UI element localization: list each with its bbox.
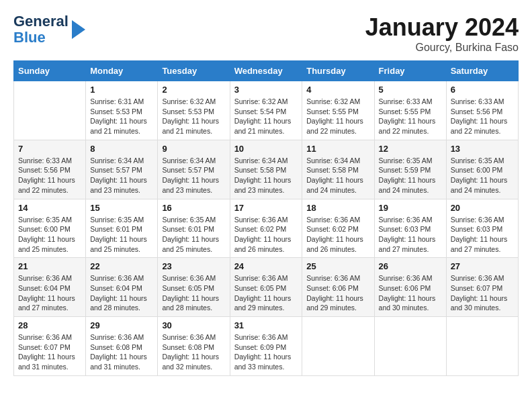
day-info: Sunrise: 6:35 AMSunset: 5:59 PMDaylight:…: [379, 156, 442, 195]
day-info: Sunrise: 6:36 AMSunset: 6:02 PMDaylight:…: [306, 215, 369, 255]
calendar-cell: 29Sunrise: 6:36 AMSunset: 6:08 PMDayligh…: [86, 317, 158, 376]
header-row: SundayMondayTuesdayWednesdayThursdayFrid…: [14, 61, 519, 81]
day-info: Sunrise: 6:36 AMSunset: 6:05 PMDaylight:…: [162, 273, 225, 313]
weekday-header: Saturday: [446, 61, 518, 81]
day-number: 9: [162, 144, 225, 154]
calendar-cell: 11Sunrise: 6:34 AMSunset: 5:58 PMDayligh…: [302, 140, 374, 199]
calendar-cell: 26Sunrise: 6:36 AMSunset: 6:06 PMDayligh…: [374, 258, 446, 317]
day-number: 17: [234, 203, 298, 213]
calendar-cell: 24Sunrise: 6:36 AMSunset: 6:05 PMDayligh…: [230, 258, 302, 317]
day-info: Sunrise: 6:36 AMSunset: 6:03 PMDaylight:…: [451, 215, 514, 255]
calendar-week-row: 28Sunrise: 6:36 AMSunset: 6:07 PMDayligh…: [14, 317, 519, 376]
day-number: 25: [306, 261, 369, 271]
weekday-header: Tuesday: [158, 61, 230, 81]
day-number: 19: [379, 203, 442, 213]
day-info: Sunrise: 6:31 AMSunset: 5:53 PMDaylight:…: [90, 97, 153, 136]
calendar-cell: 27Sunrise: 6:36 AMSunset: 6:07 PMDayligh…: [446, 258, 518, 317]
day-info: Sunrise: 6:36 AMSunset: 6:04 PMDaylight:…: [18, 273, 81, 313]
day-info: Sunrise: 6:36 AMSunset: 6:05 PMDaylight:…: [234, 273, 298, 313]
day-info: Sunrise: 6:36 AMSunset: 6:02 PMDaylight:…: [234, 215, 298, 255]
day-number: 8: [90, 144, 153, 154]
day-info: Sunrise: 6:36 AMSunset: 6:07 PMDaylight:…: [18, 332, 81, 372]
calendar-table: SundayMondayTuesdayWednesdayThursdayFrid…: [13, 60, 519, 376]
calendar-cell: 1Sunrise: 6:31 AMSunset: 5:53 PMDaylight…: [86, 81, 158, 140]
weekday-header: Monday: [86, 61, 158, 81]
calendar-cell: 3Sunrise: 6:32 AMSunset: 5:54 PMDaylight…: [230, 81, 302, 140]
calendar-cell: [446, 317, 518, 376]
calendar-cell: 15Sunrise: 6:35 AMSunset: 6:01 PMDayligh…: [86, 199, 158, 258]
calendar-cell: 8Sunrise: 6:34 AMSunset: 5:57 PMDaylight…: [86, 140, 158, 199]
day-info: Sunrise: 6:33 AMSunset: 5:56 PMDaylight:…: [451, 97, 514, 136]
day-number: 20: [451, 203, 514, 213]
calendar-week-row: 14Sunrise: 6:35 AMSunset: 6:00 PMDayligh…: [14, 199, 519, 258]
day-info: Sunrise: 6:36 AMSunset: 6:06 PMDaylight:…: [306, 273, 369, 313]
day-number: 5: [379, 85, 442, 95]
day-info: Sunrise: 6:35 AMSunset: 6:01 PMDaylight:…: [162, 215, 225, 255]
logo-arrow-icon: [72, 20, 85, 39]
day-info: Sunrise: 6:36 AMSunset: 6:06 PMDaylight:…: [379, 273, 442, 313]
calendar-cell: 23Sunrise: 6:36 AMSunset: 6:05 PMDayligh…: [158, 258, 230, 317]
day-info: Sunrise: 6:34 AMSunset: 5:57 PMDaylight:…: [90, 156, 153, 195]
day-info: Sunrise: 6:32 AMSunset: 5:53 PMDaylight:…: [162, 97, 225, 136]
day-number: 21: [18, 261, 81, 271]
weekday-header: Wednesday: [230, 61, 302, 81]
day-info: Sunrise: 6:36 AMSunset: 6:07 PMDaylight:…: [451, 273, 514, 313]
weekday-header: Sunday: [14, 61, 86, 81]
calendar-cell: 18Sunrise: 6:36 AMSunset: 6:02 PMDayligh…: [302, 199, 374, 258]
day-info: Sunrise: 6:34 AMSunset: 5:58 PMDaylight:…: [306, 156, 369, 195]
calendar-cell: 17Sunrise: 6:36 AMSunset: 6:02 PMDayligh…: [230, 199, 302, 258]
calendar-cell: 30Sunrise: 6:36 AMSunset: 6:08 PMDayligh…: [158, 317, 230, 376]
weekday-header: Friday: [374, 61, 446, 81]
calendar-week-row: 1Sunrise: 6:31 AMSunset: 5:53 PMDaylight…: [14, 81, 519, 140]
day-info: Sunrise: 6:36 AMSunset: 6:04 PMDaylight:…: [90, 273, 153, 313]
day-number: 22: [90, 261, 153, 271]
day-number: 7: [18, 144, 81, 154]
day-number: 23: [162, 261, 225, 271]
calendar-cell: 20Sunrise: 6:36 AMSunset: 6:03 PMDayligh…: [446, 199, 518, 258]
logo: GeneralBlue: [13, 13, 85, 46]
day-info: Sunrise: 6:35 AMSunset: 6:00 PMDaylight:…: [18, 215, 81, 255]
calendar-cell: [374, 317, 446, 376]
day-number: 13: [451, 144, 514, 154]
day-info: Sunrise: 6:33 AMSunset: 5:56 PMDaylight:…: [18, 156, 81, 195]
calendar-cell: 2Sunrise: 6:32 AMSunset: 5:53 PMDaylight…: [158, 81, 230, 140]
calendar-cell: 13Sunrise: 6:35 AMSunset: 6:00 PMDayligh…: [446, 140, 518, 199]
day-number: 14: [18, 203, 81, 213]
day-number: 3: [234, 85, 298, 95]
day-number: 4: [306, 85, 369, 95]
calendar-cell: 25Sunrise: 6:36 AMSunset: 6:06 PMDayligh…: [302, 258, 374, 317]
day-number: 30: [162, 320, 225, 330]
day-number: 16: [162, 203, 225, 213]
day-info: Sunrise: 6:35 AMSunset: 6:01 PMDaylight:…: [90, 215, 153, 255]
day-info: Sunrise: 6:36 AMSunset: 6:08 PMDaylight:…: [162, 332, 225, 372]
location: Gourcy, Burkina Faso: [365, 42, 519, 54]
calendar-cell: [302, 317, 374, 376]
day-number: 26: [379, 261, 442, 271]
calendar-cell: 22Sunrise: 6:36 AMSunset: 6:04 PMDayligh…: [86, 258, 158, 317]
calendar-cell: 5Sunrise: 6:33 AMSunset: 5:55 PMDaylight…: [374, 81, 446, 140]
day-info: Sunrise: 6:35 AMSunset: 6:00 PMDaylight:…: [451, 156, 514, 195]
day-info: Sunrise: 6:32 AMSunset: 5:55 PMDaylight:…: [306, 97, 369, 136]
calendar-week-row: 7Sunrise: 6:33 AMSunset: 5:56 PMDaylight…: [14, 140, 519, 199]
day-number: 6: [451, 85, 514, 95]
day-number: 29: [90, 320, 153, 330]
day-info: Sunrise: 6:36 AMSunset: 6:08 PMDaylight:…: [90, 332, 153, 372]
calendar-cell: 14Sunrise: 6:35 AMSunset: 6:00 PMDayligh…: [14, 199, 86, 258]
day-number: 1: [90, 85, 153, 95]
day-info: Sunrise: 6:32 AMSunset: 5:54 PMDaylight:…: [234, 97, 298, 136]
calendar-cell: 4Sunrise: 6:32 AMSunset: 5:55 PMDaylight…: [302, 81, 374, 140]
calendar-cell: 28Sunrise: 6:36 AMSunset: 6:07 PMDayligh…: [14, 317, 86, 376]
day-number: 12: [379, 144, 442, 154]
page-header: GeneralBlue January 2024 Gourcy, Burkina…: [13, 13, 519, 54]
weekday-header: Thursday: [302, 61, 374, 81]
day-info: Sunrise: 6:33 AMSunset: 5:55 PMDaylight:…: [379, 97, 442, 136]
calendar-cell: [14, 81, 86, 140]
day-number: 27: [451, 261, 514, 271]
day-info: Sunrise: 6:36 AMSunset: 6:03 PMDaylight:…: [379, 215, 442, 255]
day-number: 28: [18, 320, 81, 330]
calendar-cell: 19Sunrise: 6:36 AMSunset: 6:03 PMDayligh…: [374, 199, 446, 258]
month-title: January 2024: [365, 13, 519, 42]
day-number: 18: [306, 203, 369, 213]
title-block: January 2024 Gourcy, Burkina Faso: [365, 13, 519, 54]
day-info: Sunrise: 6:34 AMSunset: 5:57 PMDaylight:…: [162, 156, 225, 195]
